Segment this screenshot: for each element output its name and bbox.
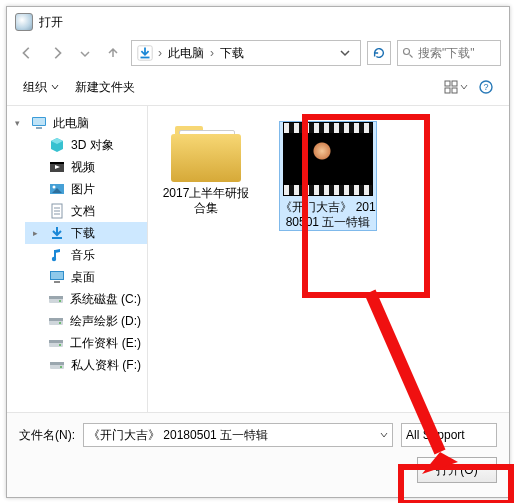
tree-item-label: 音乐 [71, 247, 95, 264]
filename-value: 《开门大吉》 20180501 五一特辑 [88, 427, 376, 444]
open-file-dialog: 打开 › 此电脑 › 下载 [6, 6, 510, 498]
svg-rect-39 [50, 362, 64, 365]
expand-icon[interactable]: ▸ [33, 228, 43, 238]
svg-point-2 [404, 49, 410, 55]
tree-item[interactable]: 音乐 [25, 244, 147, 266]
tree-item-label: 视频 [71, 159, 95, 176]
svg-point-31 [59, 300, 61, 302]
tree-item-label: 桌面 [71, 269, 95, 286]
svg-rect-5 [445, 88, 450, 93]
svg-point-40 [60, 366, 62, 368]
body: ▾ 此电脑 3D 对象视频图片文档▸下载音乐桌面系统磁盘 (C:)绘声绘影 (D… [7, 106, 509, 412]
filetype-combo[interactable]: All Support [401, 423, 497, 447]
desktop-icon [49, 269, 65, 285]
tree-item-label: 绘声绘影 (D:) [70, 313, 141, 330]
tree-item[interactable]: 绘声绘影 (D:) [25, 310, 147, 332]
image-icon [49, 181, 65, 197]
search-input[interactable]: 搜索"下载" [397, 40, 501, 66]
filename-label: 文件名(N): [19, 427, 75, 444]
tree-item[interactable]: 文档 [25, 200, 147, 222]
search-icon [402, 47, 414, 59]
caret-down-icon[interactable] [380, 428, 388, 442]
tree-item-label: 文档 [71, 203, 95, 220]
tree-label: 此电脑 [53, 115, 89, 132]
svg-rect-30 [49, 296, 63, 299]
help-button[interactable]: ? [473, 74, 499, 100]
monitor-icon [31, 115, 47, 131]
svg-point-25 [52, 257, 56, 261]
folder-icon [171, 126, 241, 182]
tree-item[interactable]: ▸下载 [25, 222, 147, 244]
tree-item[interactable]: 工作资料 (E:) [25, 332, 147, 354]
tree-item[interactable]: 桌面 [25, 266, 147, 288]
svg-rect-28 [54, 281, 60, 283]
breadcrumb-this-pc[interactable]: 此电脑 [166, 45, 206, 62]
tree-item-label: 系统磁盘 (C:) [70, 291, 141, 308]
caret-down-icon [51, 83, 59, 91]
tree-item[interactable]: 图片 [25, 178, 147, 200]
breadcrumb-downloads[interactable]: 下载 [218, 45, 246, 62]
breadcrumb[interactable]: › 此电脑 › 下载 [131, 40, 361, 66]
download-icon [49, 225, 65, 241]
forward-button[interactable] [45, 41, 69, 65]
svg-rect-4 [452, 81, 457, 86]
bottom-bar: 文件名(N): 《开门大吉》 20180501 五一特辑 All Support… [7, 412, 509, 497]
svg-rect-27 [51, 272, 63, 279]
item-label: 《开门大吉》 20180501 五一特辑 [280, 200, 376, 230]
video-icon [49, 159, 65, 175]
address-bar: › 此电脑 › 下载 搜索"下载" [7, 37, 509, 69]
tree-item[interactable]: 3D 对象 [25, 134, 147, 156]
doc-icon [49, 203, 65, 219]
folder-item[interactable]: 2017上半年研报合集 [158, 122, 254, 216]
titlebar: 打开 [7, 7, 509, 37]
recent-locations-button[interactable] [75, 41, 95, 65]
svg-rect-33 [49, 318, 63, 321]
organize-button[interactable]: 组织 [17, 75, 65, 100]
cube-icon [49, 137, 65, 153]
svg-rect-24 [52, 237, 62, 239]
svg-rect-10 [33, 118, 45, 125]
tree-item-label: 图片 [71, 181, 95, 198]
tree-item[interactable]: 私人资料 (F:) [25, 354, 147, 376]
open-button[interactable]: 打开(O) [417, 457, 497, 483]
svg-point-34 [59, 322, 61, 324]
svg-rect-1 [141, 57, 150, 59]
video-item[interactable]: 《开门大吉》 20180501 五一特辑 [280, 122, 376, 230]
svg-rect-11 [36, 127, 42, 129]
svg-point-18 [53, 186, 56, 189]
chevron-right-icon: › [158, 46, 162, 60]
item-label: 2017上半年研报合集 [158, 186, 254, 216]
filename-combo[interactable]: 《开门大吉》 20180501 五一特辑 [83, 423, 393, 447]
new-folder-button[interactable]: 新建文件夹 [69, 75, 141, 100]
chevron-right-icon: › [210, 46, 214, 60]
breadcrumb-dropdown-icon[interactable] [334, 42, 356, 64]
view-options-button[interactable] [443, 74, 469, 100]
file-list[interactable]: 2017上半年研报合集《开门大吉》 20180501 五一特辑 [148, 106, 509, 412]
refresh-button[interactable] [367, 41, 391, 65]
app-icon [15, 13, 33, 31]
collapse-icon[interactable]: ▾ [15, 118, 25, 128]
tree-item-label: 3D 对象 [71, 137, 114, 154]
svg-rect-6 [452, 88, 457, 93]
filetype-value: All Support [406, 428, 492, 442]
up-button[interactable] [101, 41, 125, 65]
search-placeholder: 搜索"下载" [418, 45, 475, 62]
tree-item[interactable]: 系统磁盘 (C:) [25, 288, 147, 310]
svg-rect-15 [50, 162, 64, 164]
window-title: 打开 [39, 14, 63, 31]
back-button[interactable] [15, 41, 39, 65]
download-arrow-icon [136, 44, 154, 62]
tree-item-label: 工作资料 (E:) [70, 335, 141, 352]
tree-item-label: 下载 [71, 225, 95, 242]
tree-item[interactable]: 视频 [25, 156, 147, 178]
music-icon [49, 247, 65, 263]
drive-icon [48, 313, 64, 329]
toolbar: 组织 新建文件夹 ? [7, 69, 509, 106]
video-thumb-icon [283, 122, 373, 196]
tree-this-pc[interactable]: ▾ 此电脑 [7, 112, 147, 134]
drive-icon [48, 291, 64, 307]
navigation-tree[interactable]: ▾ 此电脑 3D 对象视频图片文档▸下载音乐桌面系统磁盘 (C:)绘声绘影 (D… [7, 106, 148, 412]
tree-item-label: 私人资料 (F:) [71, 357, 141, 374]
drive-icon [49, 357, 65, 373]
caret-down-icon [460, 83, 468, 91]
